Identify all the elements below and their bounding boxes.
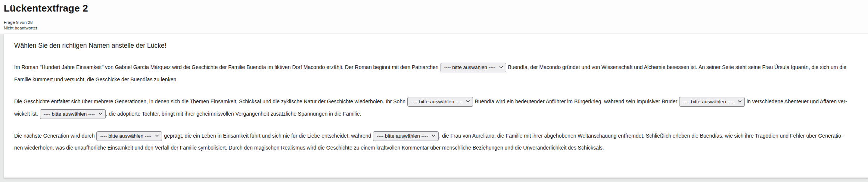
question-text: Die Geschichte entfaltet sich über mehre…: [14, 98, 407, 104]
question-card: Wählen Sie den richtigen Namen anstelle …: [4, 34, 868, 178]
gap-select-adoptierte-tochter[interactable]: ---- bitte auswählen ----: [40, 108, 106, 120]
question-paragraph-2: Die Geschichte entfaltet sich über mehre…: [14, 95, 847, 120]
gap-select-bruder-control[interactable]: ---- bitte auswählen ----: [679, 97, 745, 107]
question-text: geprägt, die ein Leben in Einsamkeit füh…: [162, 133, 373, 139]
gap-select-adoptierte-tochter-control[interactable]: ---- bitte auswählen ----: [40, 109, 106, 119]
question-header: Lückentextfrage 2 Frage 9 von 28 Nicht b…: [0, 0, 868, 34]
content-region: Wählen Sie den richtigen Namen anstelle …: [0, 34, 868, 182]
question-paragraph-1: Im Roman "Hundert Jahre Einsamkeit" von …: [14, 61, 847, 86]
gap-select-patriarch[interactable]: ---- bitte auswählen ----: [441, 61, 506, 73]
question-text: Buendía wird ein bedeutender Anführer im…: [473, 98, 679, 104]
question-meta: Frage 9 von 28 Nicht beantwortet: [4, 20, 868, 31]
gap-select-naechste-generation-control[interactable]: ---- bitte auswählen ----: [96, 131, 162, 141]
gap-select-sohn[interactable]: ---- bitte auswählen ----: [407, 95, 473, 108]
gap-select-frau-von-aureliano-control[interactable]: ---- bitte auswählen ----: [373, 131, 439, 141]
question-text: Die nächste Generation wird durch: [14, 133, 96, 139]
question-status: Nicht beantwortet: [4, 25, 868, 31]
question-paragraph-3: Die nächste Generation wird durch ---- b…: [14, 130, 847, 154]
page-title: Lückentextfrage 2: [4, 3, 868, 14]
gap-select-sohn-control[interactable]: ---- bitte auswählen ----: [407, 97, 473, 107]
question-prompt: Wählen Sie den richtigen Namen anstelle …: [14, 42, 847, 50]
gap-select-naechste-generation[interactable]: ---- bitte auswählen ----: [96, 130, 162, 142]
gap-select-frau-von-aureliano[interactable]: ---- bitte auswählen ----: [373, 130, 439, 142]
question-text: , die adoptierte Tochter, bringt mit ihr…: [106, 111, 361, 117]
question-progress: Frage 9 von 28: [4, 20, 868, 25]
quiz-question-page: Lückentextfrage 2 Frage 9 von 28 Nicht b…: [0, 0, 868, 182]
gap-select-bruder[interactable]: ---- bitte auswählen ----: [679, 95, 745, 108]
gap-select-patriarch-control[interactable]: ---- bitte auswählen ----: [441, 63, 506, 72]
question-text: Im Roman "Hundert Jahre Einsamkeit" von …: [14, 64, 440, 70]
